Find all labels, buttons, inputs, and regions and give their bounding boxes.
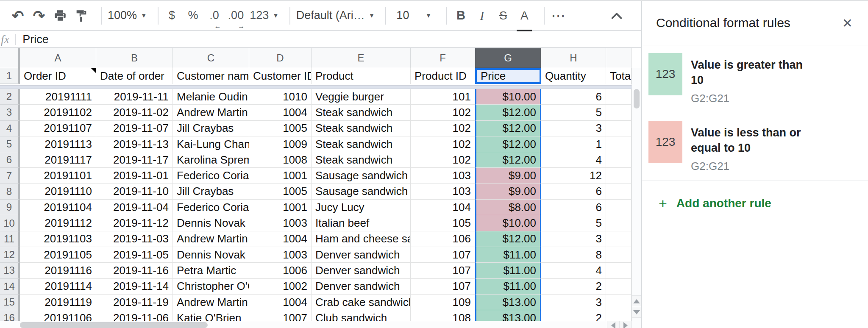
cell-D9[interactable]: 1001 (249, 200, 312, 215)
cell-A14[interactable]: 20191114 (20, 279, 96, 295)
cell-H5[interactable]: 1 (541, 136, 606, 152)
cell-B11[interactable]: 2019-11-03 (96, 231, 173, 247)
cell-H4[interactable]: 3 (541, 121, 606, 136)
cell-B10[interactable]: 2019-11-12 (96, 215, 173, 231)
cell-D15[interactable]: 1004 (249, 295, 312, 310)
font-select[interactable]: Default (Ari… ▾ (296, 4, 374, 28)
cell-F13[interactable]: 107 (411, 263, 475, 278)
cell-I8[interactable] (606, 184, 632, 200)
cell-G12[interactable]: $11.00 (475, 247, 541, 263)
cell-D6[interactable]: 1008 (249, 152, 312, 168)
cell-A2[interactable]: 20191111 (20, 89, 96, 105)
cell-C10[interactable]: Dennis Novak (173, 215, 249, 231)
cell-B6[interactable]: 2019-11-17 (96, 152, 173, 168)
row-header-1[interactable]: 1 (0, 68, 20, 84)
cell-B8[interactable]: 2019-11-10 (96, 184, 173, 200)
cell-D3[interactable]: 1004 (249, 105, 312, 120)
cell-G2[interactable]: $10.00 (475, 89, 541, 105)
scroll-right-button[interactable] (619, 321, 632, 328)
redo-button[interactable]: ↷ (31, 4, 47, 28)
cell-I10[interactable] (606, 215, 632, 231)
cell-I7[interactable] (606, 168, 632, 183)
cell-G10[interactable]: $10.00 (475, 215, 541, 231)
cell-I14[interactable] (606, 279, 632, 295)
cell-D5[interactable]: 1009 (249, 136, 312, 152)
row-header-10[interactable]: 10 (0, 215, 20, 231)
hide-toolbar-button[interactable] (609, 4, 624, 28)
cell-E8[interactable]: Sausage sandwich (312, 184, 411, 200)
cell-E9[interactable]: Jucy Lucy (312, 200, 411, 215)
cell-G7[interactable]: $9.00 (475, 168, 541, 183)
cell-A8[interactable]: 20191110 (20, 184, 96, 200)
cell-I12[interactable] (606, 247, 632, 263)
cell-E1[interactable]: Product (312, 68, 411, 84)
column-header-G[interactable]: G (475, 48, 541, 68)
cell-I3[interactable] (606, 105, 632, 120)
cell-A6[interactable]: 20191117 (20, 152, 96, 168)
cell-F3[interactable]: 102 (411, 105, 475, 120)
cell-D1[interactable]: Customer ID (249, 68, 312, 84)
cell-C7[interactable]: Federico Coria (173, 168, 249, 183)
cell-D10[interactable]: 1003 (249, 215, 312, 231)
cell-H1[interactable]: Quantity (541, 68, 606, 84)
column-header-E[interactable]: E (312, 48, 411, 68)
scroll-up-button[interactable] (632, 295, 641, 306)
cell-H13[interactable]: 4 (541, 263, 606, 278)
column-header-C[interactable]: C (173, 48, 249, 68)
cell-F2[interactable]: 101 (411, 89, 475, 105)
cell-B5[interactable]: 2019-11-13 (96, 136, 173, 152)
cell-B9[interactable]: 2019-11-04 (96, 200, 173, 215)
cell-H15[interactable]: 3 (541, 295, 606, 310)
cell-G4[interactable]: $12.00 (475, 121, 541, 136)
row-header-9[interactable]: 9 (0, 200, 20, 215)
cell-G6[interactable]: $12.00 (475, 152, 541, 168)
cell-F14[interactable]: 107 (411, 279, 475, 295)
cell-A9[interactable]: 20191104 (20, 200, 96, 215)
cell-F8[interactable]: 103 (411, 184, 475, 200)
cell-E6[interactable]: Steak sandwich (312, 152, 411, 168)
cell-A1[interactable]: Order ID (20, 68, 96, 84)
cell-C3[interactable]: Andrew Martin (173, 105, 249, 120)
cell-G9[interactable]: $8.00 (475, 200, 541, 215)
cell-C5[interactable]: Kai-Lung Chang (173, 136, 249, 152)
zoom-select[interactable]: 100% ▾ (108, 4, 146, 28)
column-header-A[interactable]: A (20, 48, 96, 68)
cell-A7[interactable]: 20191101 (20, 168, 96, 183)
cell-F15[interactable]: 109 (411, 295, 475, 310)
row-header-13[interactable]: 13 (0, 263, 20, 278)
cell-B12[interactable]: 2019-11-05 (96, 247, 173, 263)
undo-button[interactable]: ↶ (10, 4, 25, 28)
cell-F10[interactable]: 105 (411, 215, 475, 231)
row-header-3[interactable]: 3 (0, 105, 20, 120)
column-header-F[interactable]: F (411, 48, 475, 68)
format-percent-button[interactable]: % (186, 4, 201, 28)
horizontal-scrollbar-thumb[interactable] (20, 322, 208, 328)
cell-C14[interactable]: Christopher O'Co (173, 279, 249, 295)
cell-C9[interactable]: Federico Coria (173, 200, 249, 215)
row-header-7[interactable]: 7 (0, 168, 20, 183)
cell-E13[interactable]: Denver sandwich (312, 263, 411, 278)
scroll-left-button[interactable] (607, 321, 619, 328)
cell-I4[interactable] (606, 121, 632, 136)
cell-D13[interactable]: 1006 (249, 263, 312, 278)
cell-B3[interactable]: 2019-11-02 (96, 105, 173, 120)
cell-D12[interactable]: 1003 (249, 247, 312, 263)
column-header-B[interactable]: B (96, 48, 173, 68)
cell-B13[interactable]: 2019-11-16 (96, 263, 173, 278)
cell-A5[interactable]: 20191113 (20, 136, 96, 152)
cell-I5[interactable] (606, 136, 632, 152)
cell-D4[interactable]: 1005 (249, 121, 312, 136)
cell-A12[interactable]: 20191105 (20, 247, 96, 263)
cell-I1[interactable]: Total (606, 68, 632, 84)
more-formats-button[interactable]: 123 ▾ (250, 4, 278, 28)
format-rule-2[interactable]: 123 Value is less than or equal to 10 G2… (642, 113, 868, 181)
cell-A11[interactable]: 20191103 (20, 231, 96, 247)
cell-H8[interactable]: 6 (541, 184, 606, 200)
text-color-button[interactable]: A (517, 4, 532, 28)
format-currency-button[interactable]: $ (164, 4, 180, 28)
row-header-14[interactable]: 14 (0, 279, 20, 295)
cell-I9[interactable] (606, 200, 632, 215)
cell-C6[interactable]: Karolina Sprem (173, 152, 249, 168)
cell-E12[interactable]: Denver sandwich (312, 247, 411, 263)
cell-I6[interactable] (606, 152, 632, 168)
